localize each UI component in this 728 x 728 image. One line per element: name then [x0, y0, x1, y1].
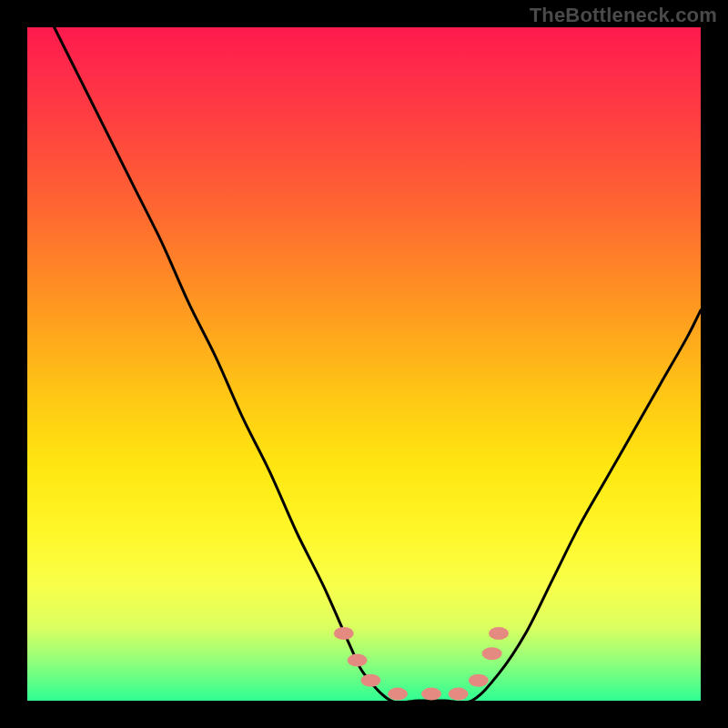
marker-point [489, 627, 509, 640]
marker-point [421, 688, 441, 701]
marker-point [360, 674, 380, 687]
marker-point [469, 674, 489, 687]
highlight-markers [334, 627, 509, 701]
curve-svg [27, 27, 701, 701]
marker-point [388, 688, 408, 701]
watermark-text: TheBottleneck.com [530, 4, 717, 27]
marker-point [334, 627, 354, 640]
chart-frame: TheBottleneck.com [0, 0, 728, 728]
bottleneck-curve [55, 27, 701, 703]
marker-point [482, 647, 502, 660]
plot-area [27, 27, 701, 701]
marker-point [449, 688, 469, 701]
marker-point [348, 654, 368, 667]
